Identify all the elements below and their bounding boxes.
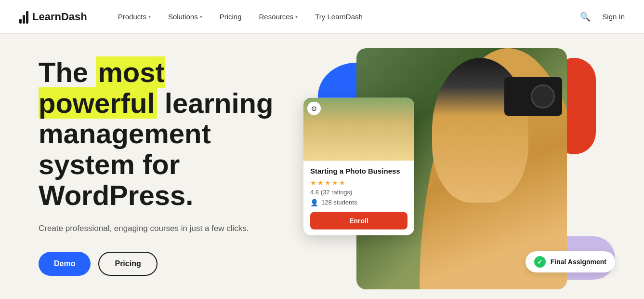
signin-button[interactable]: Sign In <box>602 13 625 21</box>
star-4: ★ <box>332 178 338 186</box>
star-2: ★ <box>317 178 324 186</box>
navbar: LearnDash Products ▾ Solutions ▾ Pricing… <box>0 0 644 34</box>
camera-lens <box>531 84 555 109</box>
star-3: ★ <box>325 178 331 186</box>
card-students: 👤 128 students <box>310 198 407 206</box>
logo-icon <box>19 10 28 24</box>
pricing-button[interactable]: Pricing <box>98 252 157 276</box>
hero-subtitle: Create professional, engaging courses in… <box>39 222 289 235</box>
logo-text: LearnDash <box>32 11 87 23</box>
hero-content: The most powerful learning management sy… <box>39 57 289 276</box>
star-5: ★ <box>339 178 345 186</box>
nav-item-resources[interactable]: Resources ▾ <box>252 9 305 25</box>
card-rating: 4.8 (32 ratings) <box>310 188 407 195</box>
hero-visual: ⊙ Starting a Photo Business ★ ★ ★ ★ ★ 4.… <box>289 34 625 299</box>
hero-buttons: Demo Pricing <box>39 252 289 276</box>
chevron-down-icon: ▾ <box>295 14 298 19</box>
star-1: ★ <box>310 178 316 186</box>
aperture-icon: ⊙ <box>311 105 317 112</box>
hero-section: The most powerful learning management sy… <box>0 34 644 299</box>
card-title: Starting a Photo Business <box>310 166 407 176</box>
course-card: ⊙ Starting a Photo Business ★ ★ ★ ★ ★ 4.… <box>303 98 414 235</box>
card-body: Starting a Photo Business ★ ★ ★ ★ ★ 4.8 … <box>303 161 414 235</box>
chevron-down-icon: ▾ <box>148 14 151 19</box>
nav-item-solutions[interactable]: Solutions ▾ <box>161 9 209 25</box>
nav-item-try[interactable]: Try LearnDash <box>308 9 369 25</box>
chevron-down-icon: ▾ <box>200 14 202 19</box>
nav-item-products[interactable]: Products ▾ <box>111 9 158 25</box>
nav-right: 🔍 Sign In <box>578 10 625 24</box>
nav-links: Products ▾ Solutions ▾ Pricing Resources… <box>111 9 578 25</box>
students-icon: 👤 <box>310 198 318 206</box>
hero-title: The most powerful learning management sy… <box>39 57 289 211</box>
enroll-button[interactable]: Enroll <box>310 212 407 229</box>
card-stars: ★ ★ ★ ★ ★ <box>310 178 407 186</box>
check-icon: ✓ <box>534 256 546 268</box>
demo-button[interactable]: Demo <box>39 252 91 276</box>
card-logo-icon: ⊙ <box>307 102 321 115</box>
nav-item-pricing[interactable]: Pricing <box>213 9 249 25</box>
logo[interactable]: LearnDash <box>19 10 87 24</box>
card-image: ⊙ <box>303 98 414 161</box>
search-button[interactable]: 🔍 <box>578 10 592 24</box>
assignment-label: Final Assignment <box>551 258 606 266</box>
search-icon: 🔍 <box>580 12 591 22</box>
assignment-badge: ✓ Final Assignment <box>526 251 615 272</box>
